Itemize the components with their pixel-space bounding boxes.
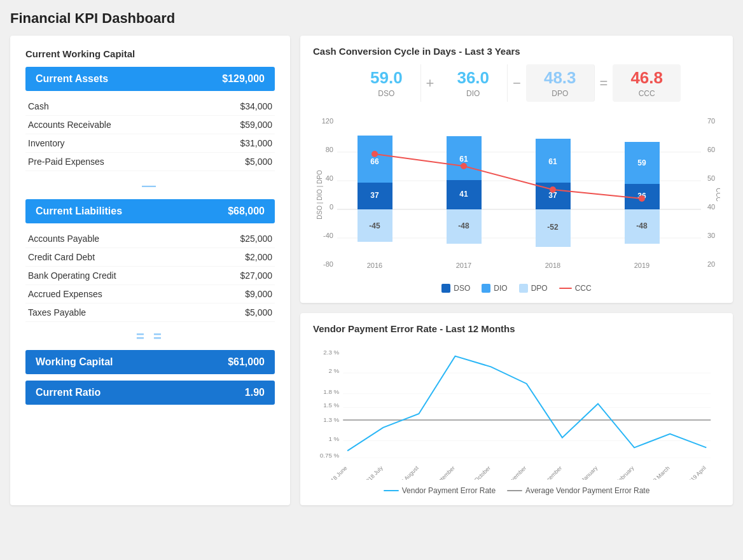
ccc-label-text: CCC [630, 89, 663, 98]
legend-ccc-line [559, 288, 572, 289]
assets-line-item: Cash$34,000 [25, 97, 275, 116]
working-capital-bar: Working Capital $61,000 [25, 350, 275, 374]
working-capital-label: Working Capital [36, 356, 113, 368]
svg-text:2019 April: 2019 April [685, 465, 707, 479]
legend-ccc-label: CCC [575, 284, 592, 293]
line-item-value: $25,000 [240, 234, 272, 244]
svg-text:61: 61 [459, 155, 468, 164]
dpo-value: 48.3 [544, 68, 576, 88]
line-item-value: $27,000 [240, 270, 272, 281]
assets-line-item: Pre-Paid Expenses$5,000 [25, 153, 275, 171]
svg-text:2018 September: 2018 September [422, 465, 456, 479]
svg-text:-45: -45 [369, 221, 380, 230]
line-item-label: Taxes Payable [28, 307, 86, 318]
ccc-line [375, 154, 642, 199]
ccc-point-2017 [461, 163, 467, 169]
liabilities-line-item: Taxes Payable$5,000 [25, 304, 275, 322]
svg-text:50: 50 [707, 174, 715, 182]
line-item-value: $9,000 [245, 289, 272, 299]
plus-op: + [421, 75, 440, 92]
main-grid: Current Working Capital Current Assets $… [10, 36, 733, 505]
liabilities-line-items: Accounts Payable$25,000Credit Card Debt$… [25, 230, 275, 322]
svg-text:CCC: CCC [715, 188, 720, 202]
svg-text:1.8 %: 1.8 % [323, 388, 339, 395]
svg-text:41: 41 [459, 190, 468, 199]
svg-text:2018 July: 2018 July [363, 465, 384, 480]
dpo-metric: 48.3 DPO [526, 64, 595, 102]
legend-dso-box [441, 284, 450, 293]
legend-dio-box [482, 284, 490, 293]
legend-avg-label: Average Vendor Payment Error Rate [525, 486, 649, 495]
line-item-label: Cash [28, 101, 49, 111]
svg-text:2 %: 2 % [328, 367, 339, 374]
vendor-title: Vendor Payment Error Rate - Last 12 Mont… [313, 323, 720, 334]
line-item-value: $34,000 [240, 101, 272, 111]
line-item-value: $59,000 [240, 120, 272, 130]
svg-text:DSO | DIO | DPO: DSO | DIO | DPO [316, 170, 323, 220]
current-ratio-value: 1.90 [245, 387, 265, 398]
ccc-point-2016 [372, 151, 378, 157]
line-item-label: Accounts Payable [28, 234, 99, 244]
svg-text:60: 60 [707, 146, 715, 153]
vendor-chart: 2.3 % 2 % 1.8 % 1.5 % 1.3 % 1 % 0.75 % [313, 342, 720, 480]
bottom-bars: Working Capital $61,000 Current Ratio 1.… [25, 350, 275, 405]
legend-dso: DSO [441, 284, 470, 293]
svg-text:30: 30 [707, 232, 715, 239]
ccc-metric: 46.8 CCC [613, 64, 681, 102]
line-item-value: $2,000 [245, 252, 272, 262]
liabilities-line-item: Accrued Expenses$9,000 [25, 285, 275, 304]
equals-op: = [595, 75, 613, 92]
assets-value: $129,000 [222, 73, 265, 85]
vendor-chart-area: 2.3 % 2 % 1.8 % 1.5 % 1.3 % 1 % 0.75 % [313, 342, 720, 480]
svg-text:1 %: 1 % [328, 435, 339, 442]
svg-text:-40: -40 [323, 232, 333, 239]
current-ratio-bar: Current Ratio 1.90 [25, 381, 275, 405]
svg-text:2018 June: 2018 June [325, 465, 348, 479]
svg-text:-80: -80 [323, 260, 333, 268]
dso-value: 59.0 [370, 68, 403, 88]
legend-dpo-label: DPO [531, 284, 548, 293]
ccc-chart: 120 80 40 0 -40 -80 70 60 50 40 30 20 DS… [313, 112, 720, 277]
svg-text:59: 59 [637, 158, 646, 167]
svg-text:2019: 2019 [634, 262, 649, 269]
svg-text:0: 0 [330, 203, 333, 211]
svg-text:2018 November: 2018 November [495, 465, 528, 479]
line-item-label: Credit Card Debt [28, 252, 95, 262]
assets-label: Current Assets [36, 73, 108, 85]
vendor-legend: Vendor Payment Error Rate Average Vendor… [313, 486, 720, 495]
minus-op: − [508, 75, 526, 92]
left-panel: Current Working Capital Current Assets $… [10, 36, 290, 505]
ccc-value: 46.8 [630, 68, 663, 88]
svg-text:2016: 2016 [367, 262, 382, 269]
svg-text:2018 October: 2018 October [463, 465, 492, 479]
dso-label: DSO [370, 89, 403, 98]
liabilities-label: Current Liabilities [36, 206, 122, 217]
assets-line-items: Cash$34,000Accounts Receivable$59,000Inv… [25, 97, 275, 171]
svg-text:2019 February: 2019 February [605, 465, 635, 480]
liabilities-line-item: Credit Card Debt$2,000 [25, 248, 275, 267]
legend-vendor-label: Vendor Payment Error Rate [402, 486, 496, 495]
svg-text:20: 20 [707, 260, 715, 268]
legend-vendor-line [384, 490, 399, 491]
liabilities-line-item: Bank Operating Credit$27,000 [25, 267, 275, 285]
svg-text:-52: -52 [547, 223, 559, 232]
legend-vendor-rate: Vendor Payment Error Rate [384, 486, 496, 495]
ccc-chart-area: 120 80 40 0 -40 -80 70 60 50 40 30 20 DS… [313, 112, 720, 277]
line-item-value: $5,000 [245, 307, 272, 318]
legend-dio-label: DIO [494, 284, 507, 293]
svg-text:-48: -48 [636, 221, 648, 230]
legend-avg-line [507, 490, 522, 491]
svg-text:2017: 2017 [456, 262, 471, 269]
ccc-card: Cash Conversion Cycle in Days - Last 3 Y… [300, 36, 733, 303]
current-ratio-label: Current Ratio [36, 387, 101, 398]
dio-label: DIO [457, 89, 489, 98]
dio-value: 36.0 [457, 68, 489, 88]
svg-text:66: 66 [370, 157, 379, 166]
working-capital-title: Current Working Capital [25, 48, 275, 59]
ccc-point-2019 [639, 195, 645, 202]
svg-text:40: 40 [707, 203, 715, 211]
vendor-line [347, 356, 706, 451]
legend-dpo: DPO [519, 284, 548, 293]
svg-text:2018: 2018 [545, 262, 560, 269]
legend-dpo-box [519, 284, 528, 293]
